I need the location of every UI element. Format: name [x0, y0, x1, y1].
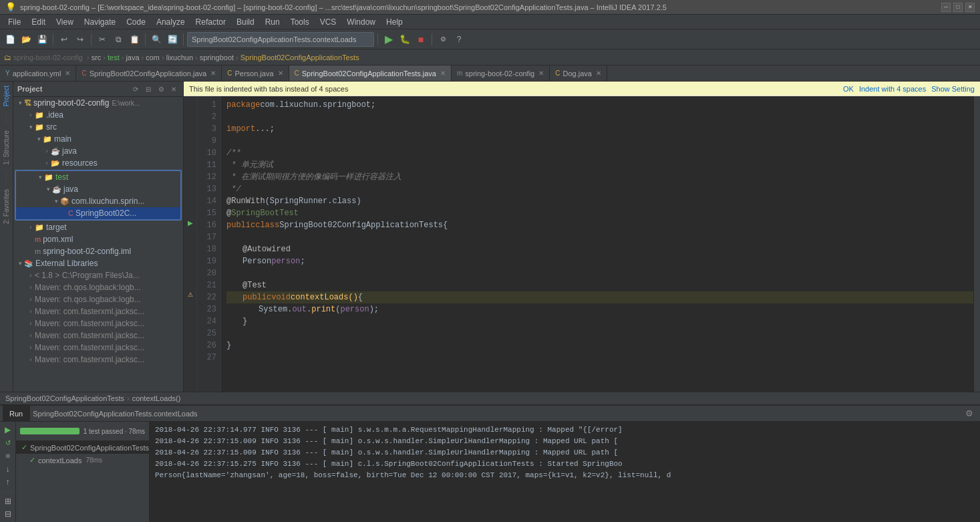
breadcrumb-springboot[interactable]: springboot: [200, 53, 234, 61]
tree-item-jackson3[interactable]: › Maven: com.fasterxml.jacksc...: [13, 330, 183, 342]
tab-run[interactable]: Run: [3, 406, 30, 422]
menu-vcs[interactable]: VCS: [315, 16, 342, 28]
run-again-button[interactable]: ▶: [2, 424, 14, 435]
breadcrumb-item-root[interactable]: 🗂: [4, 53, 11, 61]
tab-springboot-application[interactable]: C SpringBoot02ConfigApplication.java ✕: [76, 66, 222, 82]
run-config-search[interactable]: [187, 32, 374, 47]
copy-button[interactable]: ⧉: [111, 32, 126, 47]
tab-close-button[interactable]: ✕: [596, 70, 601, 77]
breadcrumb-class[interactable]: SpringBoot02ConfigApplicationTests: [240, 53, 359, 61]
hide-button[interactable]: ✕: [168, 84, 179, 94]
status-method[interactable]: contextLoads(): [132, 394, 181, 402]
sdk-button[interactable]: ⚙: [436, 32, 450, 47]
menu-build[interactable]: Build: [231, 16, 260, 28]
tab-person[interactable]: C Person.java ✕: [222, 66, 289, 82]
tree-item-iml[interactable]: m spring-boot-02-config.iml: [13, 245, 183, 257]
tree-item-root[interactable]: ▾ 🏗 spring-boot-02-config E:\work...: [13, 97, 183, 109]
tree-item-jackson5[interactable]: › Maven: com.fasterxml.jacksc...: [13, 354, 183, 366]
new-file-button[interactable]: 📄: [3, 32, 17, 47]
menu-help[interactable]: Help: [381, 16, 408, 28]
tab-close-button[interactable]: ✕: [210, 70, 216, 77]
menu-run[interactable]: Run: [260, 16, 285, 28]
run-settings-button[interactable]: ⚙: [961, 408, 977, 418]
tab-module[interactable]: m spring-boot-02-config ✕: [452, 66, 550, 82]
tree-item-jackson4[interactable]: › Maven: com.fasterxml.jacksc...: [13, 342, 183, 354]
tree-item-jackson2[interactable]: › Maven: com.fasterxml.jacksc...: [13, 317, 183, 330]
tab-close-button[interactable]: ✕: [65, 70, 70, 77]
menu-code[interactable]: Code: [121, 16, 151, 28]
paste-button[interactable]: 📋: [127, 32, 142, 47]
tree-item-target[interactable]: › 📁 target: [13, 221, 183, 233]
notification-setting-link[interactable]: Show Setting: [931, 85, 975, 93]
favorites-panel-label[interactable]: 2: Favorites: [1, 185, 11, 228]
find-button[interactable]: 🔍: [149, 32, 164, 47]
tree-item-test-java[interactable]: ▾ ☕ java: [16, 183, 180, 195]
minimize-button[interactable]: ─: [941, 3, 951, 12]
tree-item-logback1[interactable]: › Maven: ch.qos.logback:logb...: [13, 281, 183, 293]
scroll-up-button[interactable]: ↑: [2, 477, 14, 487]
tree-item-main[interactable]: ▾ 📁 main: [13, 133, 183, 145]
undo-button[interactable]: ↩: [57, 32, 71, 47]
breadcrumb-java[interactable]: java: [126, 53, 139, 61]
replace-button[interactable]: 🔄: [165, 32, 180, 47]
close-button[interactable]: ✕: [965, 3, 975, 12]
maximize-button[interactable]: □: [953, 3, 963, 12]
collapse-all-button[interactable]: ⊟: [2, 509, 14, 519]
menu-analyze[interactable]: Analyze: [151, 16, 190, 28]
tab-application-yml[interactable]: Y application.yml ✕: [0, 66, 76, 82]
tree-item-main-java[interactable]: › ☕ java: [13, 145, 183, 157]
sync-button[interactable]: ⟳: [130, 84, 141, 94]
tree-item-src[interactable]: ▾ 📁 src: [13, 121, 183, 133]
breadcrumb-lixuchun[interactable]: lixuchun: [166, 53, 193, 61]
tab-close-button[interactable]: ✕: [440, 70, 446, 77]
tree-item-resources[interactable]: › 📂 resources: [13, 157, 183, 169]
tree-item-test[interactable]: ▾ 📁 test: [16, 171, 180, 183]
run-button[interactable]: ▶: [381, 32, 396, 47]
status-class[interactable]: SpringBoot02ConfigApplicationTests: [5, 394, 124, 402]
tree-item-pom[interactable]: m pom.xml: [13, 233, 183, 245]
menu-tools[interactable]: Tools: [285, 16, 315, 28]
menu-view[interactable]: View: [51, 16, 79, 28]
settings-button[interactable]: ⚙: [156, 84, 166, 94]
breadcrumb-src[interactable]: src: [92, 53, 102, 61]
tab-tests-active[interactable]: C SpringBoot02ConfigApplicationTests.jav…: [289, 66, 452, 82]
menu-window[interactable]: Window: [341, 16, 381, 28]
tree-item-logback2[interactable]: › Maven: ch.qos.logback:logb...: [13, 293, 183, 305]
help-button[interactable]: ?: [452, 32, 466, 47]
tree-item-jackson1[interactable]: › Maven: com.fasterxml.jacksc...: [13, 305, 183, 317]
collapse-button[interactable]: ⊟: [143, 84, 154, 94]
open-button[interactable]: 📂: [19, 32, 33, 47]
tree-item-jdk[interactable]: › < 1.8 > C:\Program Files\Ja...: [13, 269, 183, 281]
save-button[interactable]: 💾: [35, 32, 49, 47]
tab-close-button[interactable]: ✕: [538, 70, 544, 77]
tree-item-pkg[interactable]: ▾ 📦 com.lixuchun.sprin...: [16, 195, 180, 207]
editor-scrollbar[interactable]: [973, 96, 980, 392]
scroll-down-button[interactable]: ↓: [2, 464, 14, 475]
tree-item-test-class[interactable]: C SpringBoot02C...: [16, 207, 180, 219]
tab-close-button[interactable]: ✕: [278, 70, 283, 77]
code-content[interactable]: package com.lixuchun.springboot; import …: [221, 96, 973, 392]
structure-panel-label[interactable]: 1: Structure: [1, 126, 11, 169]
breadcrumb-test[interactable]: test: [108, 53, 120, 61]
expand-all-button[interactable]: ⊞: [2, 496, 14, 507]
menu-edit[interactable]: Edit: [26, 16, 51, 28]
run-console[interactable]: 2018-04-26 22:37:14.977 INFO 3136 --- [ …: [150, 422, 980, 522]
tree-item-external-libs[interactable]: ▾ 📚 External Libraries: [13, 257, 183, 269]
tab-dog[interactable]: C Dog.java ✕: [550, 66, 607, 82]
menu-navigate[interactable]: Navigate: [79, 16, 121, 28]
stop-run-button[interactable]: ■: [2, 450, 14, 461]
stop-button[interactable]: ■: [414, 32, 428, 47]
tree-item-idea[interactable]: › 📁 .idea: [13, 109, 183, 121]
debug-button[interactable]: 🐛: [397, 32, 412, 47]
run-test-suite[interactable]: ✓ SpringBoot02ConfigApplicationTests 78m…: [16, 441, 149, 454]
menu-refactor[interactable]: Refactor: [190, 16, 231, 28]
notification-indent-link[interactable]: Indent with 4 spaces: [859, 85, 926, 93]
breadcrumb-com[interactable]: com: [146, 53, 160, 61]
cut-button[interactable]: ✂: [95, 32, 110, 47]
redo-button[interactable]: ↪: [73, 32, 88, 47]
project-panel-label[interactable]: Project: [1, 82, 11, 110]
menu-file[interactable]: File: [3, 16, 26, 28]
rerun-failed-button[interactable]: ↺: [2, 438, 14, 448]
notification-ok-link[interactable]: OK: [843, 85, 854, 93]
run-test-method[interactable]: ✓ contextLoads 78ms: [16, 454, 149, 467]
